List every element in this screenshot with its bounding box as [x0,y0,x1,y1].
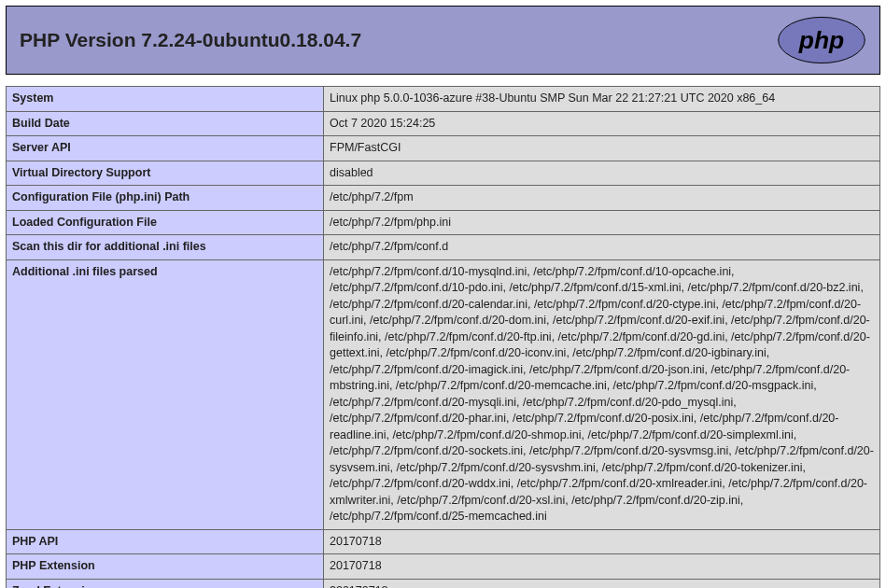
table-row: Loaded Configuration File/etc/php/7.2/fp… [7,210,880,235]
table-row: Zend Extension320170718 [7,579,880,588]
row-label: System [7,87,324,112]
header-banner: PHP Version 7.2.24-0ubuntu0.18.04.7 php [6,6,880,75]
php-logo-icon: php [777,16,866,64]
row-value: /etc/php/7.2/fpm/php.ini [324,210,880,235]
phpinfo-table: SystemLinux php 5.0.0-1036-azure #38-Ubu… [6,86,880,588]
table-row: Virtual Directory Supportdisabled [7,161,880,186]
table-row: Additional .ini files parsed/etc/php/7.2… [7,259,880,529]
page-title: PHP Version 7.2.24-0ubuntu0.18.04.7 [20,29,361,51]
row-label: Loaded Configuration File [7,210,324,235]
row-label: PHP Extension [7,554,324,580]
table-row: PHP Extension20170718 [7,554,880,580]
row-value: /etc/php/7.2/fpm/conf.d/10-mysqlnd.ini, … [324,259,880,529]
table-row: PHP API20170718 [7,529,880,554]
row-value: 20170718 [324,529,880,554]
row-value: 20170718 [324,554,880,580]
row-value: /etc/php/7.2/fpm/conf.d [324,235,880,260]
row-value: 320170718 [324,579,880,588]
table-row: Server APIFPM/FastCGI [7,136,880,161]
row-value: FPM/FastCGI [324,136,880,161]
phpinfo-tbody: SystemLinux php 5.0.0-1036-azure #38-Ubu… [7,87,880,589]
table-row: SystemLinux php 5.0.0-1036-azure #38-Ubu… [7,87,880,112]
row-label: Server API [7,136,324,161]
svg-text:php: php [798,26,845,54]
row-label: Zend Extension [7,579,324,588]
row-value: Oct 7 2020 15:24:25 [324,111,880,136]
row-value: disabled [324,161,880,186]
row-value: /etc/php/7.2/fpm [324,186,880,211]
table-row: Configuration File (php.ini) Path/etc/ph… [7,186,880,211]
row-label: Scan this dir for additional .ini files [7,235,324,260]
row-label: Additional .ini files parsed [7,259,324,529]
row-label: PHP API [7,529,324,554]
row-label: Configuration File (php.ini) Path [7,186,324,211]
row-label: Virtual Directory Support [7,161,324,186]
row-label: Build Date [7,111,324,136]
row-value: Linux php 5.0.0-1036-azure #38-Ubuntu SM… [324,87,880,112]
table-row: Scan this dir for additional .ini files/… [7,235,880,260]
table-row: Build DateOct 7 2020 15:24:25 [7,111,880,136]
